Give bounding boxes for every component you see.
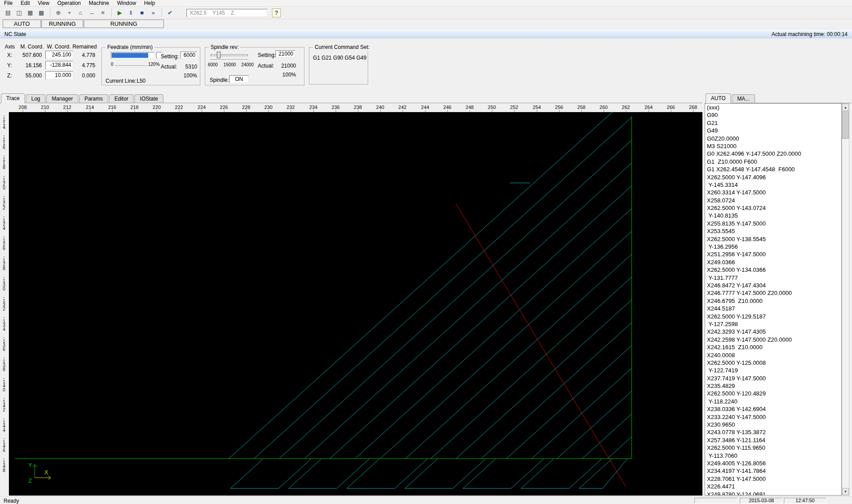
start-button[interactable]: ▶ bbox=[114, 8, 125, 18]
gcode-line[interactable]: X226.4471 bbox=[705, 483, 841, 490]
gcode-line[interactable]: X262.5000 Y-120.4829 bbox=[705, 390, 841, 397]
panel-view-icon[interactable]: ▩ bbox=[36, 8, 47, 18]
menu-window[interactable]: Window bbox=[113, 0, 140, 6]
gcode-line[interactable]: X246.6795 Z10.0000 bbox=[705, 297, 841, 305]
gcode-line[interactable]: G49 bbox=[705, 127, 841, 134]
gcode-line[interactable]: X262.5000 Y-138.5545 bbox=[705, 235, 841, 243]
gcode-line[interactable]: X246.8472 Y-147.4304 bbox=[705, 282, 841, 289]
gcode-line[interactable]: X249.8780 Y-124.0691 bbox=[705, 491, 841, 496]
gcode-line[interactable]: X235.4829 bbox=[705, 382, 841, 390]
gcode-line[interactable]: Y-131.7777 bbox=[705, 274, 841, 282]
tab-trace[interactable]: Trace bbox=[1, 93, 25, 103]
gcode-line[interactable]: X233.2240 Y-147.5000 bbox=[705, 413, 841, 421]
gcode-line[interactable]: X262.5000 Y-129.5187 bbox=[705, 313, 841, 320]
menu-help[interactable]: Help bbox=[140, 0, 159, 6]
trace-canvas[interactable]: YZX bbox=[9, 112, 702, 496]
ruler-x-label: 236 bbox=[329, 105, 342, 110]
gcode-line[interactable]: X262.5000 Y-147.4096 bbox=[705, 173, 841, 181]
gcode-line[interactable]: X262.5000 Y-125.0008 bbox=[705, 359, 841, 367]
scroll-down-button[interactable]: ▼ bbox=[842, 488, 849, 495]
tab-log[interactable]: Log bbox=[26, 94, 45, 103]
gcode-line[interactable]: Y-145.3314 bbox=[705, 181, 841, 189]
gcode-line[interactable]: X238.0336 Y-142.6904 bbox=[705, 405, 841, 413]
gcode-line[interactable]: X257.3486 Y-121.1164 bbox=[705, 436, 841, 444]
gcode-line[interactable]: Y-122.7419 bbox=[705, 367, 841, 374]
locate-center-icon[interactable]: ⊕ bbox=[53, 8, 64, 18]
gcode-line[interactable]: X262.5000 Y-143.0724 bbox=[705, 204, 841, 212]
gcode-line[interactable]: X243.0778 Y-135.3872 bbox=[705, 428, 841, 436]
program-tab-ma[interactable]: MA... bbox=[732, 94, 755, 103]
gcode-scrollbar[interactable]: ▲ ▼ bbox=[842, 103, 849, 496]
gcode-line[interactable]: G90 bbox=[705, 111, 841, 119]
advanced-start-button[interactable]: » bbox=[148, 8, 158, 18]
gcode-line[interactable]: X249.0366 bbox=[705, 258, 841, 266]
gcode-line[interactable]: Y-127.2598 bbox=[705, 320, 841, 328]
verify-button[interactable]: ✔ bbox=[165, 8, 175, 18]
spindle-slider[interactable] bbox=[211, 54, 248, 56]
gcode-line[interactable]: G0 X262.4096 Y-147.5000 Z20.0000 bbox=[705, 150, 841, 157]
open-file-icon[interactable]: ▤ bbox=[3, 8, 13, 18]
gcode-line[interactable]: Y-136.2956 bbox=[705, 243, 841, 250]
tab-iostate[interactable]: IOState bbox=[134, 94, 163, 103]
grid-view-icon[interactable]: ▦ bbox=[25, 8, 36, 18]
gcode-line[interactable]: X255.8135 Y-147.5000 bbox=[705, 220, 841, 227]
toolpath-lead-move bbox=[347, 459, 427, 488]
gcode-line[interactable]: X253.5545 bbox=[705, 227, 841, 235]
menu-operation[interactable]: Operation bbox=[53, 0, 85, 6]
tab-params[interactable]: Params bbox=[79, 94, 108, 103]
fit-view-icon[interactable]: ↔ bbox=[86, 8, 97, 18]
coordinate-display-field[interactable]: X262.5 Y145 Z bbox=[187, 9, 268, 17]
spindle-slider-thumb[interactable] bbox=[217, 52, 221, 58]
program-tab-auto[interactable]: AUTO bbox=[706, 93, 731, 103]
gcode-line[interactable]: X242.2598 Y-147.5000 Z20.0000 bbox=[705, 336, 841, 343]
program-tabs: AUTOMA... bbox=[705, 93, 852, 103]
stop-button[interactable]: ■ bbox=[137, 8, 147, 18]
menu-machine[interactable]: Machine bbox=[85, 0, 113, 6]
menu-view[interactable]: View bbox=[34, 0, 53, 6]
gcode-line[interactable]: G1 Z10.0000 F600 bbox=[705, 158, 841, 165]
feedrate-setting-input[interactable]: 6000 bbox=[180, 52, 197, 59]
gcode-line[interactable]: X242.3293 Y-147.4305 bbox=[705, 328, 841, 335]
gcode-line[interactable]: G21 bbox=[705, 119, 841, 127]
gcode-line[interactable]: X240.0008 bbox=[705, 351, 841, 359]
gcode-line[interactable]: X260.3314 Y-147.5000 bbox=[705, 189, 841, 196]
gcode-line[interactable]: X262.5000 Y-134.0366 bbox=[705, 266, 841, 274]
gcode-line[interactable]: X244.5187 bbox=[705, 305, 841, 312]
help-button[interactable]: ? bbox=[272, 8, 281, 17]
gcode-line[interactable]: (xxx) bbox=[705, 104, 841, 111]
window-layout-icon[interactable]: ◫ bbox=[14, 8, 24, 18]
gcode-line[interactable]: X242.1615 Z10.0000 bbox=[705, 343, 841, 351]
gcode-line[interactable]: G0Z20.0000 bbox=[705, 135, 841, 142]
gcode-line[interactable]: Y-140.8135 bbox=[705, 212, 841, 219]
list-view-icon[interactable]: ≡ bbox=[97, 8, 108, 18]
menu-edit[interactable]: Edit bbox=[16, 0, 34, 6]
tab-manager[interactable]: Manager bbox=[46, 94, 78, 103]
home-icon[interactable]: ⌂ bbox=[75, 8, 86, 18]
nc-state-title: NC State bbox=[4, 31, 26, 38]
gcode-line[interactable]: X258.0724 bbox=[705, 197, 841, 204]
gcode-line[interactable]: G1 X262.4548 Y-147.4548 F6000 bbox=[705, 165, 841, 173]
crosshair-icon[interactable]: + bbox=[64, 8, 75, 18]
spindle-setting-input[interactable]: 21000 bbox=[276, 50, 295, 57]
gcode-line[interactable]: X234.4197 Y-141.7864 bbox=[705, 467, 841, 475]
gcode-line[interactable]: X237.7419 Y-147.5000 bbox=[705, 375, 841, 382]
gcode-line[interactable]: X262.5000 Y-115.9650 bbox=[705, 444, 841, 452]
gcode-line[interactable]: M3 S21000 bbox=[705, 142, 841, 150]
gcode-line[interactable]: Y-118.2240 bbox=[705, 398, 841, 405]
gcode-line[interactable]: X228.7061 Y-147.5000 bbox=[705, 475, 841, 483]
gcode-line[interactable]: X251.2956 Y-147.5000 bbox=[705, 250, 841, 258]
work-coord-field[interactable]: 10.000 bbox=[45, 71, 73, 80]
gcode-listbox[interactable]: (xxx)G90G21G49G0Z20.0000M3 S21000G0 X262… bbox=[705, 103, 842, 496]
menu-file[interactable]: File bbox=[0, 0, 16, 6]
mode-indicator-auto[interactable]: AUTO bbox=[3, 20, 41, 28]
work-coord-field[interactable]: -128.844 bbox=[45, 61, 73, 69]
work-coord-field[interactable]: 245.100 bbox=[45, 51, 73, 59]
gcode-line[interactable]: Y-113.7060 bbox=[705, 452, 841, 460]
gcode-line[interactable]: X230.9650 bbox=[705, 421, 841, 428]
scrollbar-thumb[interactable] bbox=[842, 111, 849, 139]
scroll-up-button[interactable]: ▲ bbox=[842, 104, 849, 111]
tab-editor[interactable]: Editor bbox=[109, 94, 134, 103]
gcode-line[interactable]: X249.4005 Y-126.8056 bbox=[705, 460, 841, 467]
gcode-line[interactable]: X246.7777 Y-147.5000 Z20.0000 bbox=[705, 289, 841, 297]
pause-button[interactable]: ‖ bbox=[126, 8, 136, 18]
